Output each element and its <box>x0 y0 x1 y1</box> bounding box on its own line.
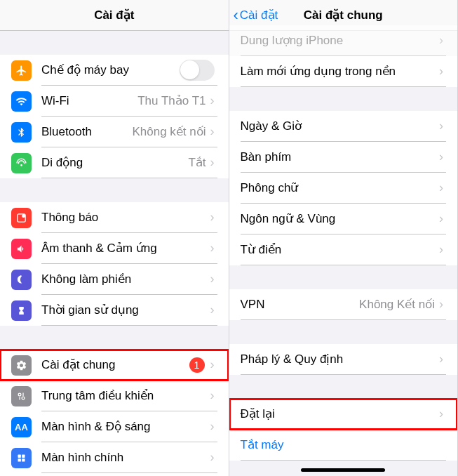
display-icon: AA <box>11 417 32 437</box>
keyboard-label: Bàn phím <box>241 150 440 164</box>
reset-label: Đặt lại <box>241 406 440 421</box>
chevron-right-icon: › <box>439 297 443 312</box>
notifications-label: Thông báo <box>41 211 210 225</box>
homescreen-label: Màn hình chính <box>41 451 210 465</box>
row-cellular[interactable]: Di động Tắt › <box>0 147 229 178</box>
row-sounds[interactable]: Âm thanh & Cảm ứng › <box>0 233 229 264</box>
vpn-label: VPN <box>241 298 360 312</box>
row-dictionary[interactable]: Từ điển › <box>229 234 458 265</box>
row-reset[interactable]: Đặt lại › <box>229 399 458 430</box>
row-legal[interactable]: Pháp lý & Quy định › <box>229 344 458 375</box>
chevron-right-icon: › <box>439 150 443 164</box>
row-shutdown[interactable]: Tắt máy <box>229 430 458 461</box>
screentime-label: Thời gian sử dụng <box>41 303 210 317</box>
home-indicator <box>301 468 385 472</box>
dnd-label: Không làm phiền <box>41 272 210 286</box>
chevron-right-icon: › <box>210 388 215 403</box>
row-accessibility[interactable]: Trợ năng <box>0 473 229 476</box>
general-panel: ‹ Cài đặt Cài đặt chung Dung lượng iPhon… <box>229 0 459 476</box>
row-wifi[interactable]: Wi-Fi Thu Thảo T1 › <box>0 86 229 117</box>
cellular-icon <box>11 153 32 173</box>
row-general[interactable]: Cài đặt chung 1 › <box>0 350 229 381</box>
gear-icon <box>11 355 32 376</box>
fonts-label: Phông chữ <box>241 180 440 195</box>
bgrefresh-label: Làm mới ứng dụng trong nền <box>241 64 440 79</box>
wifi-icon <box>11 91 32 112</box>
svg-rect-9 <box>22 458 25 461</box>
list-truncated: Dung lượng iPhone › <box>229 25 458 56</box>
list-notifications: Thông báo › Âm thanh & Cảm ứng › Không <box>0 202 229 326</box>
chevron-right-icon: › <box>439 119 443 133</box>
chevron-right-icon: › <box>210 241 215 256</box>
sounds-label: Âm thanh & Cảm ứng <box>41 241 210 256</box>
header-left: Cài đặt <box>0 0 229 31</box>
back-label: Cài đặt <box>240 8 278 22</box>
moon-icon <box>11 270 32 290</box>
svg-rect-8 <box>18 458 21 461</box>
row-vpn[interactable]: VPN Không Kết nối › <box>229 289 458 320</box>
list-vpn: VPN Không Kết nối › <box>229 289 458 320</box>
chevron-right-icon: › <box>210 272 215 286</box>
chevron-right-icon: › <box>210 303 215 317</box>
cellular-value: Tắt <box>188 155 206 170</box>
airplane-icon <box>11 60 32 81</box>
sounds-icon <box>11 239 32 259</box>
chevron-right-icon: › <box>210 357 215 372</box>
chevron-left-icon: ‹ <box>234 8 238 23</box>
svg-rect-7 <box>22 454 25 457</box>
chevron-right-icon: › <box>210 93 215 108</box>
list-bgrefresh: Làm mới ứng dụng trong nền › <box>229 56 458 87</box>
row-datetime[interactable]: Ngày & Giờ › <box>229 111 458 142</box>
list-legal: Pháp lý & Quy định › <box>229 344 458 375</box>
svg-point-2 <box>18 393 21 396</box>
row-storage[interactable]: Dung lượng iPhone › <box>229 25 458 56</box>
chevron-right-icon: › <box>210 155 215 170</box>
row-dnd[interactable]: Không làm phiền › <box>0 264 229 295</box>
row-keyboard[interactable]: Bàn phím › <box>229 142 458 173</box>
chevron-right-icon: › <box>439 352 443 366</box>
general-label: Cài đặt chung <box>41 357 189 372</box>
chevron-right-icon: › <box>439 406 443 421</box>
chevron-right-icon: › <box>210 450 215 465</box>
chevron-right-icon: › <box>439 242 443 257</box>
dictionary-label: Từ điển <box>241 242 440 257</box>
row-bluetooth[interactable]: Bluetooth Không kết nối › <box>0 117 229 147</box>
row-bgrefresh[interactable]: Làm mới ứng dụng trong nền › <box>229 56 458 87</box>
hourglass-icon <box>11 300 32 321</box>
svg-rect-6 <box>18 454 21 457</box>
list-general: Cài đặt chung 1 › Trung tâm điều khiển ›… <box>0 350 229 476</box>
vpn-value: Không Kết nối <box>359 297 435 312</box>
row-controlcenter[interactable]: Trung tâm điều khiển › <box>0 381 229 411</box>
back-button[interactable]: ‹ Cài đặt <box>234 8 278 23</box>
homescreen-icon <box>11 448 32 468</box>
row-fonts[interactable]: Phông chữ › <box>229 173 458 204</box>
bluetooth-icon <box>11 122 32 143</box>
notifications-icon <box>11 208 32 228</box>
settings-panel: Cài đặt Chế độ máy bay Wi-Fi Thu Thảo <box>0 0 229 476</box>
display-label: Màn hình & Độ sáng <box>41 419 210 434</box>
general-badge: 1 <box>189 357 205 373</box>
bluetooth-label: Bluetooth <box>41 125 132 139</box>
datetime-label: Ngày & Giờ <box>241 119 440 133</box>
page-title: Cài đặt <box>94 8 134 22</box>
svg-point-1 <box>22 214 25 217</box>
controlcenter-label: Trung tâm điều khiển <box>41 388 210 403</box>
row-airplane[interactable]: Chế độ máy bay <box>0 55 229 86</box>
shutdown-label: Tắt máy <box>241 437 444 452</box>
row-language[interactable]: Ngôn ngữ & Vùng › <box>229 204 458 234</box>
language-label: Ngôn ngữ & Vùng <box>241 211 440 226</box>
list-connectivity: Chế độ máy bay Wi-Fi Thu Thảo T1 › <box>0 55 229 178</box>
list-reset: Đặt lại › Tắt máy <box>229 399 458 461</box>
row-display[interactable]: AA Màn hình & Độ sáng › <box>0 411 229 442</box>
cellular-label: Di động <box>41 155 188 170</box>
chevron-right-icon: › <box>439 33 443 48</box>
chevron-right-icon: › <box>439 64 443 79</box>
row-notifications[interactable]: Thông báo › <box>0 202 229 233</box>
row-screentime[interactable]: Thời gian sử dụng › <box>0 295 229 326</box>
airplane-toggle[interactable] <box>180 60 215 81</box>
wifi-value: Thu Thảo T1 <box>137 93 206 108</box>
row-homescreen[interactable]: Màn hình chính › <box>0 442 229 473</box>
storage-label: Dung lượng iPhone <box>241 33 440 48</box>
legal-label: Pháp lý & Quy định <box>241 352 440 366</box>
wifi-label: Wi-Fi <box>41 94 137 108</box>
